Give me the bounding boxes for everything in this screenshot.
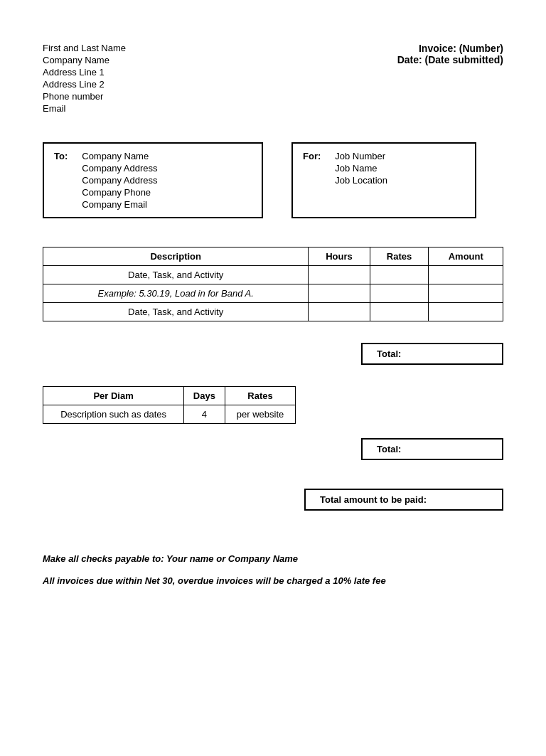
- main-table: Description Hours Rates Amount Date, Tas…: [43, 247, 503, 321]
- header-left: First and Last Name Company Name Address…: [43, 43, 126, 114]
- for-box: For: Job Number Job Name Job Location: [291, 142, 476, 218]
- per-diam-cell-days: 4: [184, 405, 225, 424]
- main-table-col-rates: Rates: [370, 247, 429, 266]
- header-section: First and Last Name Company Name Address…: [43, 43, 503, 114]
- to-line2: Company Address: [82, 163, 157, 174]
- to-content: Company Name Company Address Company Add…: [82, 151, 157, 210]
- for-label: For:: [303, 151, 321, 210]
- sender-company: Company Name: [43, 55, 126, 65]
- main-table-col-description: Description: [43, 247, 309, 266]
- total2-row: Total:: [43, 438, 503, 460]
- table-cell-amount: [429, 284, 503, 303]
- per-diam-col2: Days: [184, 387, 225, 405]
- per-diam-col1: Per Diam: [43, 387, 184, 405]
- total2-box: Total:: [361, 438, 503, 460]
- to-line5: Company Email: [82, 199, 157, 210]
- main-table-col-amount: Amount: [429, 247, 503, 266]
- sender-phone: Phone number: [43, 91, 126, 102]
- sender-address2: Address Line 2: [43, 79, 126, 90]
- table-cell-hours: [309, 284, 370, 303]
- table-cell-rates: [370, 303, 429, 321]
- sender-address1: Address Line 1: [43, 67, 126, 78]
- invoice-date: Date: (Date submitted): [397, 54, 503, 65]
- footer-note1: Make all checks payable to: Your name or…: [43, 553, 503, 564]
- for-line1: Job Number: [335, 151, 387, 161]
- table-cell-rates: [370, 266, 429, 284]
- sender-email: Email: [43, 103, 126, 114]
- total1-row: Total:: [43, 343, 503, 365]
- footer-notes: Make all checks payable to: Your name or…: [43, 553, 503, 586]
- sender-name: First and Last Name: [43, 43, 126, 53]
- table-cell-hours: [309, 266, 370, 284]
- table-cell-description: Example: 5.30.19, Load in for Band A.: [43, 284, 309, 303]
- table-row: Example: 5.30.19, Load in for Band A.: [43, 284, 503, 303]
- per-diam-cell-desc: Description such as dates: [43, 405, 184, 424]
- to-line1: Company Name: [82, 151, 157, 161]
- total-amount-row: Total amount to be paid:: [43, 489, 503, 511]
- main-table-col-hours: Hours: [309, 247, 370, 266]
- per-diam-col3: Rates: [225, 387, 296, 405]
- to-label: To:: [54, 151, 68, 210]
- footer-note2: All invoices due within Net 30, overdue …: [43, 575, 503, 586]
- total1-box: Total:: [361, 343, 503, 365]
- total-amount-box: Total amount to be paid:: [304, 489, 503, 511]
- address-boxes: To: Company Name Company Address Company…: [43, 142, 503, 218]
- per-diam-cell-rates: per website: [225, 405, 296, 424]
- table-row: Date, Task, and Activity: [43, 303, 503, 321]
- for-line2: Job Name: [335, 163, 387, 174]
- header-right: Invoice: (Number) Date: (Date submitted): [397, 43, 503, 65]
- to-line3: Company Address: [82, 175, 157, 186]
- table-cell-amount: [429, 266, 503, 284]
- for-line3: Job Location: [335, 175, 387, 186]
- table-row: Date, Task, and Activity: [43, 266, 503, 284]
- to-box: To: Company Name Company Address Company…: [43, 142, 263, 218]
- invoice-number: Invoice: (Number): [397, 43, 503, 54]
- for-content: Job Number Job Name Job Location: [335, 151, 387, 210]
- per-diam-table: Per Diam Days Rates Description such as …: [43, 386, 296, 424]
- to-line4: Company Phone: [82, 187, 157, 198]
- table-cell-description: Date, Task, and Activity: [43, 266, 309, 284]
- table-row: Description such as dates4per website: [43, 405, 296, 424]
- table-cell-description: Date, Task, and Activity: [43, 303, 309, 321]
- table-cell-hours: [309, 303, 370, 321]
- per-diam-section: Per Diam Days Rates Description such as …: [43, 386, 503, 424]
- table-cell-rates: [370, 284, 429, 303]
- table-cell-amount: [429, 303, 503, 321]
